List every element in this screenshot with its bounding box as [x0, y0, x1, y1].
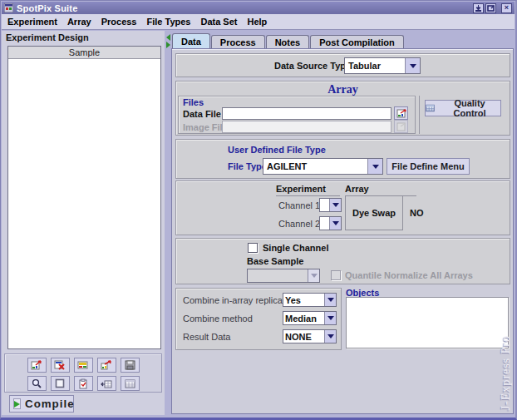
chevron-down-icon — [367, 159, 382, 174]
window-title: SpotPix Suite — [17, 3, 78, 13]
close-button[interactable]: × — [501, 3, 512, 13]
maximize-button[interactable] — [485, 3, 496, 13]
files-box: Files Data File Image File — [178, 96, 416, 134]
tab-process[interactable]: Process — [211, 35, 265, 48]
combine-replicates-select[interactable]: Yes — [283, 293, 337, 307]
expand-right-icon[interactable] — [166, 42, 170, 48]
sample-table[interactable]: Sample — [7, 46, 161, 349]
quality-control-icon — [426, 104, 435, 112]
data-source-box: Data Source Type Tabular — [175, 53, 510, 77]
browse-image-file-icon — [396, 122, 406, 131]
file-type-value: AGILENT — [263, 159, 367, 174]
array-section: Array Files Data File Image File Quality… — [175, 81, 510, 136]
base-sample-label: Base Sample — [247, 256, 303, 266]
minimize-button[interactable] — [473, 3, 484, 13]
data-file-input[interactable] — [222, 107, 391, 120]
tab-data[interactable]: Data — [172, 33, 210, 48]
channel2-select[interactable] — [319, 216, 342, 230]
table-grid-icon — [125, 379, 135, 388]
experiment-column-header: Experiment — [276, 184, 340, 196]
import-table-icon — [101, 379, 112, 388]
channel1-value — [320, 199, 329, 211]
zoom-icon — [32, 378, 42, 388]
refresh-data-button[interactable] — [97, 358, 116, 373]
import-data-icon — [31, 360, 42, 370]
minimize-icon — [475, 5, 482, 12]
file-type-section: User Defined File Type File Type AGILENT… — [175, 139, 510, 179]
file-type-label: File Type — [228, 161, 267, 171]
channel1-label: Channel 1 — [278, 200, 320, 210]
user-defined-file-type-title: User Defined File Type — [228, 145, 326, 155]
sample-column-header[interactable]: Sample — [8, 47, 160, 59]
open-image-button[interactable] — [74, 358, 93, 373]
browse-image-file-button[interactable] — [394, 120, 408, 133]
menu-file-types[interactable]: File Types — [143, 15, 197, 28]
experiment-design-title: Experiment Design — [6, 32, 89, 42]
files-separator — [419, 96, 420, 134]
checklist-icon — [78, 378, 88, 389]
refresh-data-icon — [101, 360, 112, 370]
file-define-menu-label: File Define Menu — [391, 161, 464, 171]
chevron-down-icon — [329, 199, 341, 211]
base-sample-value — [248, 269, 308, 282]
tab-bar: Data Process Notes Post Compilation — [172, 33, 405, 48]
import-table-button[interactable] — [97, 376, 116, 391]
single-channel-section: Single Channel Base Sample Quantile Norm… — [175, 238, 510, 284]
table-grid-button[interactable] — [121, 376, 140, 391]
tab-notes[interactable]: Notes — [266, 35, 310, 48]
data-source-type-select[interactable]: Tabular — [344, 57, 421, 74]
dye-swap-button[interactable]: Dye Swap — [345, 195, 403, 230]
menu-data-set[interactable]: Data Set — [197, 15, 244, 28]
collapse-left-icon[interactable] — [166, 34, 170, 41]
menu-help[interactable]: Help — [244, 15, 274, 28]
split-divider[interactable] — [165, 31, 171, 415]
result-data-select[interactable]: NONE — [283, 329, 337, 343]
left-toolbar — [4, 353, 162, 393]
channel2-label: Channel 2 — [278, 219, 320, 229]
zoom-button[interactable] — [27, 376, 47, 391]
menu-process[interactable]: Process — [98, 15, 144, 28]
compile-button[interactable]: Compile — [9, 395, 74, 413]
titlebar[interactable]: SpotPix Suite × — [2, 2, 515, 14]
menu-experiment[interactable]: Experiment — [4, 15, 64, 28]
result-data-label: Result Data — [183, 332, 230, 342]
checklist-button[interactable] — [74, 376, 93, 391]
array-section-title: Array — [176, 83, 510, 96]
save-button[interactable] — [121, 358, 140, 373]
file-type-select[interactable]: AGILENT — [263, 158, 383, 175]
brand-watermark: J-Express Pro — [500, 335, 513, 410]
menu-array[interactable]: Array — [64, 15, 98, 28]
delete-data-button[interactable] — [51, 358, 70, 373]
quality-control-button[interactable]: Quality Control — [425, 100, 501, 116]
base-sample-select[interactable] — [247, 269, 320, 283]
quantile-normalize-checkbox[interactable] — [331, 270, 341, 280]
combine-method-value: Median — [283, 312, 324, 324]
combine-replicates-value: Yes — [283, 294, 324, 306]
data-tab-panel: Data Source Type Tabular Array Files Dat… — [171, 48, 514, 414]
image-file-label: Image File — [183, 122, 228, 132]
dye-swap-value: NO — [410, 208, 424, 218]
image-file-input[interactable] — [222, 121, 391, 133]
selection-button[interactable] — [51, 376, 70, 391]
browse-data-file-icon — [396, 109, 406, 118]
channel1-select[interactable] — [319, 198, 342, 212]
chevron-down-icon — [308, 269, 319, 282]
combine-section: Combine in-array replicates Yes Combine … — [175, 288, 342, 350]
compile-label: Compile — [25, 398, 75, 410]
app-window: SpotPix Suite × Experiment Array Process… — [0, 0, 517, 420]
save-icon — [125, 360, 135, 370]
import-data-button[interactable] — [27, 358, 47, 373]
dye-swap-label: Dye Swap — [352, 208, 396, 218]
tab-post-compilation[interactable]: Post Compilation — [310, 35, 403, 48]
combine-method-select[interactable]: Median — [283, 311, 337, 325]
objects-list[interactable] — [346, 297, 509, 348]
browse-data-file-button[interactable] — [394, 106, 408, 120]
channels-section: Experiment Array Channel 1 Channel 2 Dye… — [175, 180, 510, 235]
open-image-icon — [77, 360, 89, 370]
selection-icon — [55, 378, 65, 388]
single-channel-checkbox[interactable] — [248, 243, 258, 253]
maximize-icon — [487, 5, 495, 12]
file-define-menu-button[interactable]: File Define Menu — [387, 158, 470, 175]
play-icon — [13, 398, 21, 409]
combine-method-label: Combine method — [183, 314, 253, 324]
